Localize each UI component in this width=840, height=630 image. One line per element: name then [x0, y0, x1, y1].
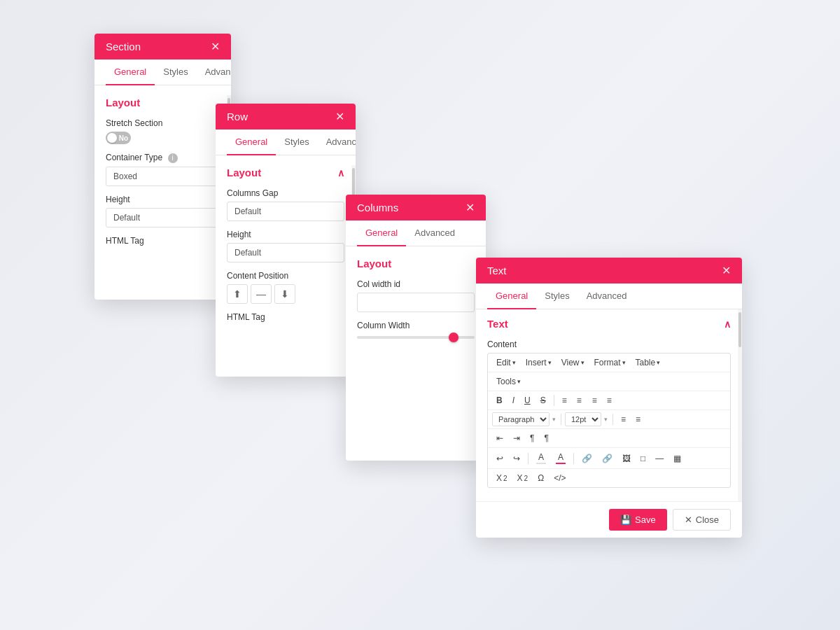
section-layout-title: Layout — [106, 97, 220, 108]
slider-track — [357, 336, 475, 339]
columns-gap-label: Columns Gap — [227, 188, 344, 198]
columns-panel-body: Layout Col width id Column Width — [346, 246, 486, 461]
save-button[interactable]: 💾 Save — [609, 509, 667, 531]
superscript-button[interactable]: X2 — [513, 471, 533, 485]
format-menu-button[interactable]: Format ▾ — [590, 356, 630, 370]
indent-right-button[interactable]: ⇥ — [509, 431, 524, 445]
media-button[interactable]: □ — [636, 451, 650, 465]
table-menu-button[interactable]: Table ▾ — [631, 356, 665, 370]
edit-menu-button[interactable]: Edit ▾ — [492, 356, 520, 370]
section-height-input[interactable] — [106, 208, 220, 227]
row-layout-collapse-icon[interactable]: ∧ — [337, 167, 344, 178]
row-height-label: Height — [227, 230, 344, 239]
toolbar-row-para: Paragraph ▾ 12pt ▾ ≡ ≡ — [488, 410, 730, 429]
columns-panel: Columns ✕ General Advanced Layout Col wi… — [346, 195, 486, 461]
paragraph-select[interactable]: Paragraph — [492, 412, 550, 426]
section-tab-general[interactable]: General — [106, 59, 155, 85]
close-button[interactable]: ✕ Close — [673, 509, 731, 531]
text-close-button[interactable]: ✕ — [722, 265, 731, 276]
col-width-id-input[interactable] — [357, 293, 475, 312]
row-panel-body: Layout ∧ Columns Gap Height Content Posi… — [216, 155, 356, 377]
tools-menu-button[interactable]: Tools ▾ — [492, 374, 525, 388]
row-tabs: General Styles Advanced — [216, 130, 356, 155]
ordered-list-button[interactable]: ≡ — [631, 412, 645, 426]
align-center-button[interactable]: ≡ — [573, 393, 587, 407]
text-tab-advanced[interactable]: Advanced — [578, 284, 636, 309]
section-tab-styles[interactable]: Styles — [155, 59, 196, 85]
bg-color-button[interactable]: A — [552, 450, 570, 466]
toolbar-row-special: X2 X2 Ω </> — [488, 469, 730, 487]
undo-button[interactable]: ↩ — [492, 451, 507, 465]
container-type-input[interactable] — [106, 167, 220, 186]
unordered-list-button[interactable]: ≡ — [617, 412, 630, 426]
columns-tab-general[interactable]: General — [357, 220, 406, 246]
columns-panel-header: Columns ✕ — [346, 195, 486, 220]
text-direction-rtl[interactable]: ¶ — [540, 431, 552, 445]
table-insert-button[interactable]: ▦ — [669, 451, 685, 465]
redo-button[interactable]: ↪ — [509, 451, 524, 465]
toolbar-row-misc: ↩ ↪ A A 🔗 🔗 🖼 □ — ▦ — [488, 448, 730, 469]
section-panel-header: Section ✕ — [94, 34, 231, 59]
strikethrough-button[interactable]: S — [536, 393, 550, 407]
row-tab-advanced[interactable]: Advanced — [318, 130, 356, 155]
bg-color-bar — [556, 463, 566, 464]
view-menu-button[interactable]: View ▾ — [557, 356, 589, 370]
align-right-button[interactable]: ≡ — [588, 393, 601, 407]
col-width-id-label: Col width id — [357, 279, 475, 289]
italic-button[interactable]: I — [508, 393, 519, 407]
columns-body-spacer — [357, 339, 475, 423]
slider-thumb[interactable] — [449, 332, 458, 342]
content-label: Content — [487, 340, 731, 349]
row-tab-styles[interactable]: Styles — [276, 130, 317, 155]
column-width-slider[interactable] — [357, 336, 475, 339]
section-close-button[interactable]: ✕ — [211, 41, 220, 52]
slider-fill — [357, 336, 451, 339]
columns-panel-title: Columns — [357, 202, 398, 214]
text-section-collapse-icon[interactable]: ∧ — [724, 318, 731, 330]
text-section-title: Text ∧ — [487, 318, 731, 330]
bg-color-a: A — [558, 452, 564, 462]
text-panel-title: Text — [487, 265, 507, 276]
text-tab-styles[interactable]: Styles — [536, 284, 578, 309]
text-direction-ltr[interactable]: ¶ — [526, 431, 538, 445]
text-panel-footer: 💾 Save ✕ Close — [476, 501, 742, 538]
row-tab-general[interactable]: General — [227, 130, 276, 155]
toolbar-divider-3 — [612, 414, 613, 425]
omega-button[interactable]: Ω — [533, 471, 548, 485]
unlink-button[interactable]: 🔗 — [598, 451, 617, 465]
position-top-button[interactable]: ⬆ — [227, 284, 248, 304]
align-left-button[interactable]: ≡ — [558, 393, 571, 407]
section-html-tag-label: HTML Tag — [106, 236, 220, 246]
hr-button[interactable]: — — [651, 451, 668, 465]
position-bottom-button[interactable]: ⬇ — [274, 284, 295, 304]
underline-button[interactable]: U — [520, 393, 535, 407]
indent-left-button[interactable]: ⇤ — [492, 431, 507, 445]
source-button[interactable]: </> — [550, 471, 570, 485]
row-close-button[interactable]: ✕ — [335, 111, 344, 122]
columns-tab-advanced[interactable]: Advanced — [406, 220, 463, 246]
row-panel-title: Row — [227, 111, 248, 122]
font-color-bar — [536, 463, 546, 464]
align-justify-button[interactable]: ≡ — [603, 393, 616, 407]
columns-close-button[interactable]: ✕ — [465, 202, 475, 214]
stretch-section-toggle[interactable]: No — [106, 132, 131, 144]
section-tabs: General Styles Advanced — [94, 59, 231, 85]
font-color-button[interactable]: A — [532, 450, 550, 466]
font-size-select[interactable]: 12pt — [565, 412, 601, 426]
toggle-no-label: No — [119, 134, 128, 142]
insert-menu-button[interactable]: Insert ▾ — [522, 356, 556, 370]
link-button[interactable]: 🔗 — [578, 451, 596, 465]
toolbar-row-tools: Tools ▾ — [488, 372, 730, 391]
row-height-input[interactable] — [227, 243, 344, 262]
text-panel-header: Text ✕ — [476, 258, 742, 284]
column-width-label: Column Width — [357, 321, 475, 330]
position-middle-button[interactable]: — — [251, 284, 272, 304]
font-color-a: A — [538, 452, 544, 462]
row-panel: Row ✕ General Styles Advanced Layout ∧ C… — [216, 104, 356, 377]
section-tab-advanced[interactable]: Advanced — [197, 59, 231, 85]
subscript-button[interactable]: X2 — [492, 471, 512, 485]
bold-button[interactable]: B — [492, 393, 507, 407]
columns-gap-input[interactable] — [227, 202, 344, 221]
image-button[interactable]: 🖼 — [618, 451, 635, 465]
text-tab-general[interactable]: General — [487, 284, 536, 309]
